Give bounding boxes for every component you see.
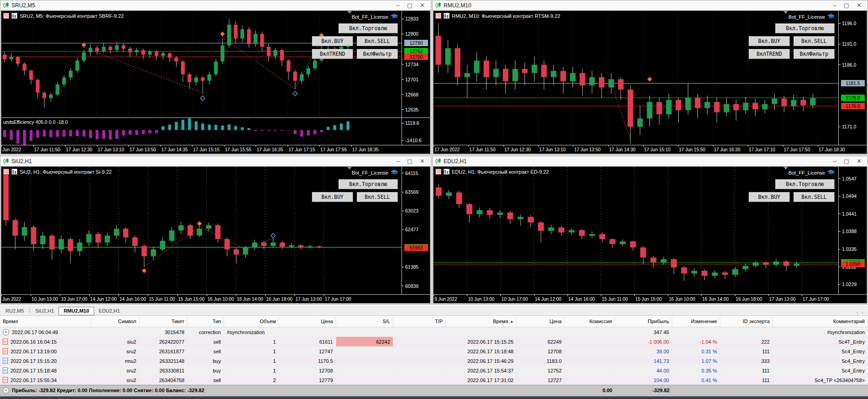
expand-plus-icon[interactable]: + — [3, 329, 9, 335]
window-titlebar[interactable]: SiU2,H1–▢✕ — [0, 156, 431, 166]
summary-profit: -329.82 — [615, 388, 672, 393]
column-header-13[interactable]: ID эксперта — [720, 316, 773, 327]
price-badge-red: 61953 — [404, 245, 428, 251]
cell: #synchronization — [773, 327, 868, 337]
minimize-button[interactable]: – — [396, 2, 400, 8]
table-row[interactable]: 2022.06.16 16:04:15siu2262422077sell1616… — [0, 337, 868, 346]
window-titlebar[interactable]: EDU2,H1–▢✕ — [433, 156, 868, 166]
time-tick — [129, 145, 129, 147]
chart-body: SRU2, M5: Фьючерсный контракт SBRF-9.22B… — [1, 11, 430, 154]
maximize-button[interactable]: ▢ — [844, 158, 849, 164]
maximize-button[interactable]: ▢ — [407, 2, 413, 8]
column-header-3[interactable]: Тип — [188, 316, 224, 327]
enable-sell-button[interactable]: Вкл.SELL — [357, 192, 398, 202]
cell: 333 — [720, 356, 773, 366]
minimize-button[interactable]: – — [396, 158, 400, 164]
cell — [393, 356, 446, 366]
tab-SiU2,H1[interactable]: SiU2,H1 — [31, 307, 59, 315]
column-header-10[interactable]: Комиссия — [565, 316, 615, 327]
column-header-2[interactable]: Тикет — [139, 316, 188, 327]
cell-text: sru2 — [127, 368, 136, 373]
maximize-button[interactable]: ▢ — [844, 2, 849, 8]
column-header-label: Объем — [260, 319, 276, 324]
enable-trading-button[interactable]: Вкл.Торговлю — [338, 179, 398, 189]
column-header-11[interactable]: Прибыль — [615, 316, 672, 327]
column-header-0[interactable]: Время — [0, 316, 91, 327]
tab-EDU2,H1[interactable]: EDU2,H1 — [94, 307, 124, 315]
enable-sell-button[interactable]: Вкл.SELL — [793, 36, 835, 46]
collapse-minus-icon[interactable]: − — [3, 387, 9, 394]
column-header-5[interactable]: Цена — [279, 316, 336, 327]
cell-text: Sc4T_Entry — [839, 339, 865, 345]
enable-sell-button[interactable]: Вкл.SELL — [357, 36, 398, 46]
close-button[interactable]: ✕ — [420, 158, 425, 164]
cell-text: 2022.06.17 15:15:20 — [11, 358, 57, 364]
table-row[interactable]: 2022.06.17 15:15:20rmu2263321148buy11170… — [0, 356, 868, 366]
enable-trading-button[interactable]: Вкл.Торговлю — [338, 23, 398, 33]
column-header-1[interactable]: Символ — [91, 316, 139, 327]
window-titlebar[interactable]: RMU2,M10–▢✕ — [433, 0, 868, 11]
table-row[interactable]: 2022.06.17 15:18:48sru2263330811buy11270… — [0, 366, 868, 375]
cell-text: 1 — [273, 349, 276, 354]
time-label: 17 Jun 13:50 — [574, 147, 600, 152]
column-header-4[interactable]: Объем — [224, 316, 279, 327]
enable-buy-button[interactable]: Вкл.BUY — [749, 36, 790, 46]
cell: 2022.06.17 15:15:20 — [0, 356, 91, 366]
time-tick — [236, 295, 236, 296]
cell — [565, 346, 615, 356]
time-tick — [161, 145, 161, 147]
column-header-12[interactable]: Изменение — [672, 316, 720, 327]
trade-marker-blue-diamond — [271, 234, 275, 238]
close-button[interactable]: ✕ — [857, 158, 862, 164]
maximize-button[interactable]: ▢ — [407, 158, 413, 164]
column-header-8[interactable]: Время▲ — [446, 316, 517, 327]
time-tick — [713, 145, 713, 147]
trade-marker-blue-diamond — [200, 96, 205, 101]
cell: 39.00 — [615, 346, 672, 356]
minimize-button[interactable]: – — [833, 158, 836, 164]
time-tick — [295, 295, 295, 296]
column-header-14[interactable]: Комментарий — [773, 316, 868, 327]
tabs-scroll-left-icon[interactable]: ‹ — [857, 310, 858, 315]
table-row[interactable]: 2022.06.17 15:55:34sru2263404758sell2127… — [0, 375, 868, 385]
column-header-7[interactable]: T/P — [393, 316, 446, 327]
cell-text: sru2 — [127, 349, 136, 354]
tab-RMU2,M10[interactable]: RMU2,M10 — [59, 307, 94, 315]
enable-filter-button[interactable]: ВклФильтр — [793, 49, 835, 59]
window-titlebar[interactable]: SRU2,M5–▢✕ — [0, 0, 431, 11]
time-tick — [500, 295, 501, 296]
cell: Sc4_Entry — [773, 366, 868, 375]
enable-sell-button[interactable]: Вкл.SELL — [793, 192, 835, 202]
enable-trading-button[interactable]: Вкл.Торговлю — [775, 23, 835, 33]
enable-buy-button[interactable]: Вкл.BUY — [749, 192, 790, 202]
column-header-label: Время — [3, 319, 18, 324]
close-button[interactable]: ✕ — [857, 2, 862, 8]
enable-buy-button[interactable]: Вкл.BUY — [312, 36, 353, 46]
time-tick — [89, 295, 90, 296]
price-tick: 12668 — [402, 92, 418, 97]
enable-filter-button[interactable]: ВклФильтр — [357, 49, 398, 59]
table-row[interactable]: +2022.06.17 06:04:493015478correction#sy… — [0, 327, 868, 337]
time-label: 17 Jun 18:30 — [819, 147, 845, 152]
enable-trend-button[interactable]: ВклTREND — [312, 49, 353, 59]
tabs-scroll-right-icon[interactable]: › — [862, 310, 863, 315]
enable-trading-button[interactable]: Вкл.Торговлю — [775, 179, 835, 189]
minimize-button[interactable]: – — [833, 2, 836, 8]
license-text: Bot_FF_License — [788, 14, 825, 20]
column-header-label: ID эксперта — [743, 319, 770, 324]
chart-shift-triangle — [783, 11, 788, 14]
time-tick — [748, 145, 748, 147]
time-tick — [351, 145, 352, 147]
cell — [336, 366, 393, 375]
enable-trend-button[interactable]: ВклTREND — [749, 49, 790, 59]
summary-commission: 0.00 — [565, 388, 615, 393]
table-row[interactable]: 2022.06.17 13:19:00sru2263161877sell1127… — [0, 346, 868, 356]
cell-text: 111 — [762, 378, 770, 383]
toolbox-tabs: RU2,M5|SiU2,H1RMU2,M10EDU2,H1‹› — [0, 305, 868, 316]
column-header-9[interactable]: Цена — [517, 316, 565, 327]
close-button[interactable]: ✕ — [420, 2, 425, 8]
enable-buy-button[interactable]: Вкл.BUY — [312, 192, 353, 202]
tab-RU2,M5[interactable]: RU2,M5 — [1, 307, 28, 315]
column-header-6[interactable]: S/L — [336, 316, 393, 327]
license-label: Bot_FF_License — [788, 14, 835, 20]
